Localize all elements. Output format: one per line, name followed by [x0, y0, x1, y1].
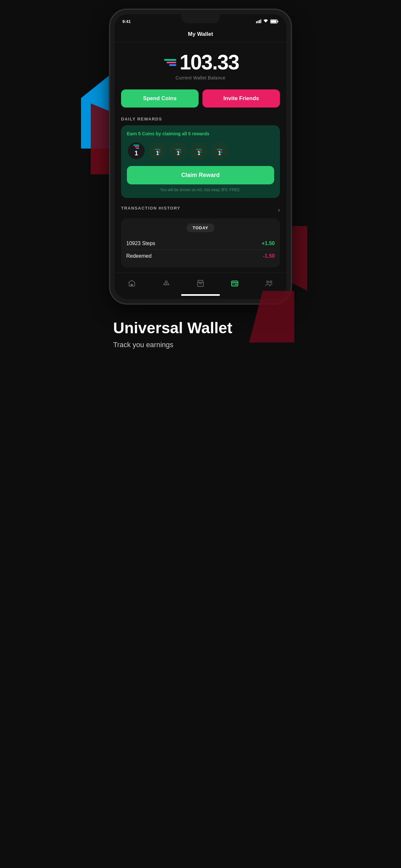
reward-icon-1	[133, 145, 139, 149]
claim-reward-button[interactable]: Claim Reward	[127, 166, 274, 184]
rewards-disclaimer: You will be shown an Ad. Ads keep 3Fit. …	[127, 188, 274, 192]
logo-bar-3	[169, 64, 176, 66]
reward-circle-5: 1	[211, 142, 228, 159]
svg-rect-5	[278, 21, 279, 22]
app-header: My Wallet	[115, 28, 286, 42]
wifi-icon	[263, 20, 268, 23]
reward-num-3: 1	[177, 151, 180, 156]
status-time: 9:41	[122, 19, 131, 24]
rewards-earn-text: Earn 5 Coins by claiming all 5 rewards	[127, 131, 274, 136]
balance-section: 103.33 Current Wallet Balance	[121, 52, 280, 81]
txn-date-badge: TODAY	[187, 223, 214, 232]
txn-label-1: 10923 Steps	[126, 241, 155, 246]
txn-amount-1: +1.50	[262, 241, 275, 246]
reward-num-4: 1	[197, 151, 201, 156]
reward-circle-3: 1	[169, 142, 187, 159]
activity-icon	[162, 279, 170, 287]
nav-store[interactable]	[192, 277, 209, 289]
svg-rect-1	[258, 21, 258, 23]
home-icon	[128, 279, 135, 287]
logo-bar-1	[164, 59, 176, 61]
nav-home[interactable]	[123, 277, 140, 289]
earn-suffix: by claiming all 5 rewards	[155, 131, 210, 136]
home-bar	[181, 294, 220, 296]
svg-point-13	[270, 281, 272, 283]
reward-num-1: 1	[134, 150, 138, 157]
phone-mockup: 9:41	[110, 10, 291, 304]
svg-rect-0	[256, 21, 257, 23]
reward-num-2: 1	[156, 151, 159, 156]
reward-circle-2: 1	[149, 142, 166, 159]
store-icon	[197, 279, 204, 287]
reward-circle-inner-1: 1	[128, 143, 145, 159]
home-indicator	[115, 291, 286, 299]
txn-row-1: 10923 Steps +1.50	[126, 237, 275, 250]
phone-inner: 9:41	[115, 14, 286, 299]
home-nav-icon	[127, 279, 136, 288]
spend-coins-button[interactable]: Spend Coins	[121, 89, 198, 107]
earn-coins: 5 Coins	[138, 131, 155, 136]
svg-rect-3	[260, 20, 261, 23]
battery-icon	[270, 20, 279, 24]
nav-activity[interactable]	[158, 277, 175, 289]
reward-num-5: 1	[218, 151, 221, 156]
txn-row-2: Redeemed -1.50	[126, 250, 275, 262]
txn-label-2: Redeemed	[126, 253, 151, 259]
nav-wallet[interactable]	[226, 277, 243, 289]
earn-prefix: Earn	[127, 131, 138, 136]
nav-community[interactable]	[261, 277, 278, 289]
svg-rect-6	[271, 20, 277, 23]
notch	[181, 14, 220, 23]
txn-amount-2: -1.50	[263, 253, 275, 259]
svg-rect-9	[197, 282, 204, 286]
balance-row: 103.33	[162, 52, 239, 73]
wallet-icon	[231, 279, 239, 287]
action-buttons: Spend Coins Invite Friends	[121, 89, 280, 107]
community-icon	[265, 279, 274, 287]
transaction-history-section: TRANSACTION HISTORY › TODAY 10923 Steps …	[121, 206, 280, 268]
status-icons	[256, 20, 279, 24]
header-title: My Wallet	[188, 31, 213, 37]
svg-rect-7	[131, 284, 133, 286]
community-nav-icon	[265, 279, 274, 288]
balance-amount: 103.33	[180, 52, 239, 73]
wallet-nav-icon	[230, 279, 239, 288]
logo-icon	[162, 55, 176, 69]
reward-circle-4: 1	[190, 142, 208, 159]
signal-icon	[256, 20, 261, 23]
rewards-circles: 1 1	[127, 142, 274, 160]
txn-card: TODAY 10923 Steps +1.50 Redeemed -1.50	[121, 218, 280, 268]
balance-label: Current Wallet Balance	[176, 75, 225, 81]
invite-friends-button[interactable]: Invite Friends	[203, 89, 280, 107]
txn-chevron-icon[interactable]: ›	[278, 207, 280, 213]
content-area: 103.33 Current Wallet Balance Spend Coin…	[115, 42, 286, 273]
txn-header: TRANSACTION HISTORY ›	[121, 206, 280, 214]
svg-rect-2	[259, 20, 260, 23]
activity-nav-icon	[162, 279, 171, 288]
store-nav-icon	[196, 279, 205, 288]
status-bar: 9:41	[115, 14, 286, 28]
svg-point-12	[267, 281, 269, 283]
svg-point-11	[235, 284, 237, 285]
daily-rewards-title: DAILY REWARDS	[121, 117, 280, 121]
svg-rect-10	[232, 281, 238, 286]
txn-section-title: TRANSACTION HISTORY	[121, 206, 181, 211]
svg-point-8	[165, 281, 167, 283]
daily-rewards-section: DAILY REWARDS Earn 5 Coins by claiming a…	[121, 117, 280, 198]
marketing-section: Universal Wallet Track you earnings	[100, 304, 301, 368]
logo-bar-2	[166, 62, 176, 63]
rewards-card: Earn 5 Coins by claiming all 5 rewards	[121, 125, 280, 198]
outer-page: 9:41	[100, 0, 301, 368]
bottom-nav	[115, 273, 286, 291]
reward-circle-1: 1	[127, 142, 146, 160]
